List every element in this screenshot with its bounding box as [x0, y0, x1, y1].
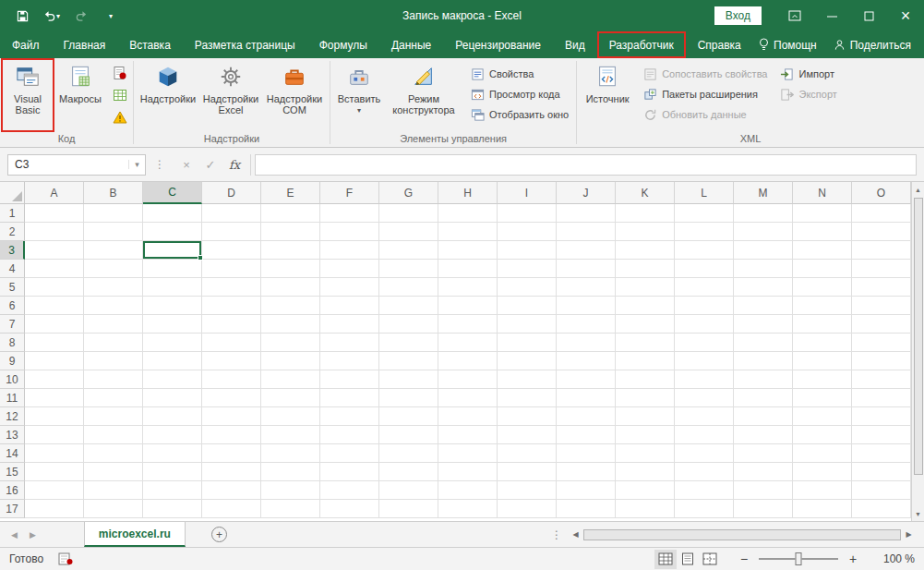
- cell[interactable]: [438, 463, 498, 481]
- cell[interactable]: [616, 370, 675, 389]
- cell[interactable]: [261, 370, 320, 389]
- row-header[interactable]: 11: [0, 389, 25, 407]
- tab-data[interactable]: Данные: [379, 31, 443, 58]
- cell[interactable]: [261, 463, 320, 481]
- sheet-next-button[interactable]: ▶: [30, 530, 36, 540]
- cell[interactable]: [498, 352, 557, 370]
- view-page-layout-button[interactable]: [677, 550, 699, 569]
- cell[interactable]: [261, 315, 320, 334]
- cell[interactable]: [498, 297, 557, 315]
- cell[interactable]: [793, 241, 852, 260]
- cell[interactable]: [675, 407, 734, 426]
- cell[interactable]: [852, 204, 911, 223]
- cell[interactable]: [675, 481, 734, 500]
- cell[interactable]: [261, 278, 320, 297]
- cell[interactable]: [852, 315, 911, 334]
- cell[interactable]: [84, 500, 143, 518]
- cell[interactable]: [438, 278, 498, 297]
- cell[interactable]: [25, 444, 84, 463]
- cell[interactable]: [261, 352, 320, 370]
- cell[interactable]: [379, 260, 438, 278]
- column-header[interactable]: K: [616, 182, 675, 204]
- cell[interactable]: [202, 260, 261, 278]
- cell[interactable]: [557, 204, 616, 223]
- cell[interactable]: [202, 444, 261, 463]
- cell[interactable]: [793, 315, 852, 334]
- column-header[interactable]: N: [793, 182, 852, 204]
- cell[interactable]: [734, 241, 793, 260]
- cell[interactable]: [261, 297, 320, 315]
- cell[interactable]: [498, 407, 557, 426]
- row-header[interactable]: 12: [0, 407, 25, 426]
- cell[interactable]: [261, 444, 320, 463]
- signin-button[interactable]: Вход: [714, 6, 762, 25]
- cell[interactable]: [379, 334, 438, 352]
- cell[interactable]: [202, 370, 261, 389]
- cell[interactable]: [675, 426, 734, 444]
- cell[interactable]: [25, 500, 84, 518]
- tab-review[interactable]: Рецензирование: [443, 31, 553, 58]
- cell[interactable]: [84, 315, 143, 334]
- cell[interactable]: [261, 481, 320, 500]
- cell[interactable]: [25, 481, 84, 500]
- cell[interactable]: [557, 241, 616, 260]
- cell[interactable]: [557, 407, 616, 426]
- row-header[interactable]: 15: [0, 463, 25, 481]
- cell[interactable]: [202, 334, 261, 352]
- cell[interactable]: [261, 407, 320, 426]
- cell[interactable]: [616, 297, 675, 315]
- cell[interactable]: [202, 297, 261, 315]
- cell[interactable]: [734, 297, 793, 315]
- cell[interactable]: [616, 481, 675, 500]
- row-header[interactable]: 3: [0, 241, 25, 260]
- cell[interactable]: [438, 315, 498, 334]
- row-header[interactable]: 2: [0, 223, 25, 241]
- cell[interactable]: [616, 352, 675, 370]
- expansion-packs-button[interactable]: Пакеты расширения: [639, 84, 772, 104]
- cell[interactable]: [852, 352, 911, 370]
- excel-addins-button[interactable]: Надстройки Excel: [199, 60, 262, 130]
- cell[interactable]: [84, 278, 143, 297]
- horizontal-scroll-track[interactable]: [583, 528, 901, 541]
- cell[interactable]: [498, 334, 557, 352]
- view-page-break-button[interactable]: [699, 550, 721, 569]
- cell[interactable]: [379, 297, 438, 315]
- row-header[interactable]: 8: [0, 334, 25, 352]
- cell[interactable]: [793, 481, 852, 500]
- cell[interactable]: [320, 370, 379, 389]
- cell[interactable]: [852, 481, 911, 500]
- cell[interactable]: [320, 223, 379, 241]
- scroll-down-button[interactable]: ▼: [912, 506, 924, 521]
- cell[interactable]: [261, 389, 320, 407]
- cell[interactable]: [498, 481, 557, 500]
- cell[interactable]: [734, 500, 793, 518]
- map-properties-button[interactable]: Сопоставить свойства: [639, 64, 772, 84]
- cell[interactable]: [675, 204, 734, 223]
- cell[interactable]: [438, 352, 498, 370]
- cell[interactable]: [143, 204, 202, 223]
- cell[interactable]: [261, 334, 320, 352]
- cell[interactable]: [557, 444, 616, 463]
- row-header[interactable]: 9: [0, 352, 25, 370]
- cell[interactable]: [438, 389, 498, 407]
- column-header[interactable]: G: [379, 182, 438, 204]
- cell[interactable]: [84, 223, 143, 241]
- cell[interactable]: [616, 334, 675, 352]
- cell[interactable]: [379, 223, 438, 241]
- column-header[interactable]: M: [734, 182, 793, 204]
- cell[interactable]: [438, 481, 498, 500]
- cell[interactable]: [320, 500, 379, 518]
- row-header[interactable]: 17: [0, 500, 25, 518]
- cell[interactable]: [852, 426, 911, 444]
- cell[interactable]: [202, 278, 261, 297]
- cell[interactable]: [498, 500, 557, 518]
- maximize-button[interactable]: [850, 0, 887, 31]
- cell[interactable]: [616, 223, 675, 241]
- cell[interactable]: [852, 260, 911, 278]
- cell[interactable]: [379, 500, 438, 518]
- qat-customize-button[interactable]: ▾: [98, 4, 124, 28]
- cell[interactable]: [143, 297, 202, 315]
- cell[interactable]: [438, 204, 498, 223]
- tab-page-layout[interactable]: Разметка страницы: [183, 31, 307, 58]
- column-header[interactable]: O: [852, 182, 911, 204]
